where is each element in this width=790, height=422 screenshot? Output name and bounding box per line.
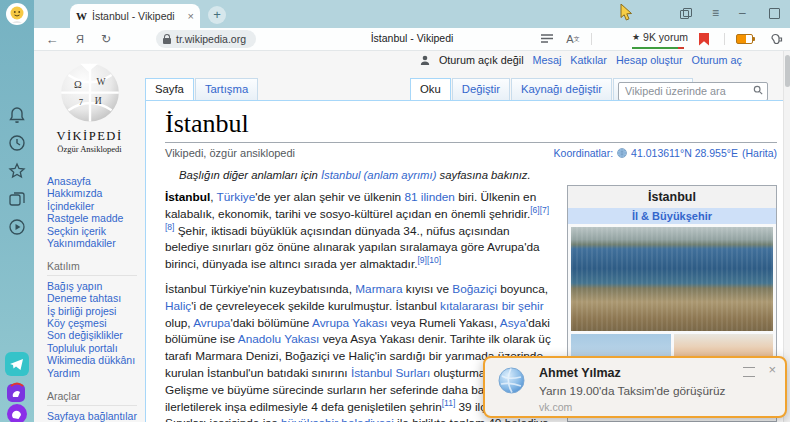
article-title: İstanbul [165, 109, 777, 143]
search-icon[interactable] [753, 85, 763, 95]
telegram-app-icon[interactable] [5, 352, 29, 376]
sidebar-link[interactable]: Deneme tahtası [47, 292, 143, 304]
wikipedia-globe-icon: Ω W И 7 [58, 59, 122, 123]
coordinates-label[interactable]: Koordinatlar: [554, 147, 614, 159]
svg-text:W: W [96, 76, 106, 87]
personal-links: MesajKatkılarHesap oluşturOturum aç [533, 54, 742, 66]
bold-text: İstanbul [165, 190, 210, 204]
sidebar-link[interactable]: Wikimedia dükkânı [47, 354, 143, 366]
reference-link[interactable]: [11] [442, 398, 456, 408]
back-icon[interactable]: ← [44, 28, 60, 50]
notifications-bell-icon[interactable] [7, 105, 27, 125]
sidebar-link[interactable]: Köy çeşmesi [47, 317, 143, 329]
sidebar-link[interactable]: Seçkin içerik [47, 225, 143, 237]
personal-link[interactable]: Katkılar [570, 54, 607, 66]
history-clock-icon[interactable] [7, 133, 27, 153]
play-circle-icon[interactable] [7, 217, 27, 237]
wiki-link[interactable]: Marmara [355, 282, 402, 296]
wiki-link[interactable]: Türkiye [217, 190, 256, 204]
rating-badge[interactable]: ★ 9K yorum [632, 31, 688, 43]
wiki-link[interactable]: Anadolu Yakası [238, 332, 320, 346]
translate-icon[interactable]: A文 [565, 28, 581, 50]
new-tab-button[interactable]: + [208, 6, 226, 24]
battery-saver-icon[interactable] [734, 28, 754, 50]
sidebar-link[interactable]: İçindekiler [47, 200, 143, 212]
toolbar-divider [724, 33, 725, 45]
wiki-search-input[interactable] [618, 82, 768, 101]
browser-tab[interactable]: W İstanbul - Vikipedi × [70, 4, 200, 28]
coordinates-map-link[interactable]: (Harita) [742, 147, 777, 159]
reference-link[interactable]: [9][10] [417, 255, 441, 265]
yandex-icon[interactable]: Я [72, 28, 88, 50]
sidebar-link[interactable]: Yakınımdakiler [47, 237, 143, 249]
wiki-sidebar-nav: AnasayfaHakkımızdaİçindekilerRastgele ma… [47, 175, 143, 422]
sidebar-link[interactable]: Sayfaya bağlantılar [47, 410, 143, 422]
sidebar-link[interactable]: Bağış yapın [47, 280, 143, 292]
svg-text:7: 7 [78, 97, 83, 107]
menu-icon[interactable]: ≡ [712, 4, 719, 22]
wiki-link[interactable]: kıtalararası bir şehir [440, 299, 544, 313]
infobox-image-bosphorus-aerial[interactable] [571, 227, 773, 331]
sidebar-link[interactable]: İş birliği projesi [47, 305, 143, 317]
personal-link[interactable]: Mesaj [533, 54, 562, 66]
scrollbar-thumb[interactable] [785, 55, 790, 87]
notification-globe-icon [498, 367, 525, 394]
notification-source: vk.com [539, 401, 572, 413]
namespace-tab[interactable]: Tartışma [195, 78, 258, 100]
wiki-link[interactable]: Asya [500, 316, 526, 330]
infobox-subtitle-link[interactable]: İl & Büyükşehir [632, 210, 712, 222]
wiki-link[interactable]: Boğaziçi [452, 282, 497, 296]
sidebar-link[interactable]: Hakkımızda [47, 187, 143, 199]
sidebar-link[interactable]: Yardım [47, 367, 143, 379]
notification-close-icon[interactable]: × [768, 362, 776, 377]
minimize-button[interactable]: – [739, 4, 746, 22]
wiki-link[interactable]: 81 ilinden [404, 190, 455, 204]
sidebar-link[interactable]: Topluluk portalı [47, 342, 143, 354]
tabs-collections-icon[interactable] [7, 189, 27, 209]
profile-avatar-icon[interactable] [6, 3, 28, 25]
nav-section-title: Katılım [47, 260, 137, 275]
personal-link[interactable]: Hesap oluştur [616, 54, 683, 66]
coordinates: Koordinatlar: 41.013611°N 28.955°E (Hari… [554, 147, 777, 159]
rating-label: 9K yorum [643, 31, 688, 43]
refresh-icon[interactable]: ↻ [98, 28, 114, 50]
wiki-link[interactable]: büyükşehir belediyesi [281, 416, 394, 422]
bookmark-flag-icon[interactable] [696, 28, 712, 50]
sidebar-link[interactable]: Anasayfa [47, 175, 143, 187]
sidebar-link[interactable]: Son değişiklikler [47, 329, 143, 341]
personal-link[interactable]: Oturum aç [692, 54, 742, 66]
infobox-title: İstanbul [568, 186, 776, 208]
wiki-logo-subtitle: Özgür Ansiklopedi [34, 144, 145, 154]
tab-close-icon[interactable]: × [188, 10, 194, 22]
address-bar[interactable]: tr.wikipedia.org [156, 30, 256, 48]
nav-main-links: AnasayfaHakkımızdaİçindekilerRastgele ma… [47, 175, 143, 249]
svg-text:Ω: Ω [74, 79, 82, 90]
wiki-link[interactable]: İstanbul Surları [351, 366, 430, 380]
view-tab[interactable]: Kaynağı değiştir [511, 78, 612, 100]
namespace-tab[interactable]: Sayfa [145, 78, 194, 100]
wiki-link[interactable]: Avrupa Yakası [312, 316, 387, 330]
reader-mode-icon[interactable] [539, 28, 555, 50]
wiki-link[interactable]: Avrupa [193, 316, 230, 330]
sidebar-link[interactable]: Rastgele madde [47, 212, 143, 224]
gesture-glove-icon[interactable] [768, 28, 784, 50]
favorites-star-icon[interactable] [7, 161, 27, 181]
messenger-app-icon[interactable] [7, 404, 27, 422]
wiki-link[interactable]: Haliç [165, 299, 191, 313]
nav-participation-links: Bağış yapınDeneme tahtasıİş birliği proj… [47, 280, 143, 379]
music-app-icon[interactable] [7, 382, 27, 402]
maximize-button[interactable] [769, 4, 780, 22]
view-tab[interactable]: Oku [410, 78, 451, 100]
tab-strip: W İstanbul - Vikipedi × + ≡ – × [34, 0, 790, 28]
view-tab[interactable]: Değiştir [452, 78, 510, 100]
url-text: tr.wikipedia.org [176, 33, 246, 45]
collections-icon[interactable] [680, 4, 690, 22]
notification-popup[interactable]: Ahmet Yılmaz Yarın 19.00'da Taksim'de gö… [483, 356, 787, 418]
wiki-search [618, 81, 768, 100]
coordinates-value[interactable]: 41.013611°N 28.955°E [631, 147, 738, 159]
wikipedia-logo[interactable]: Ω W И 7 VİKİPEDİ Özgür Ansiklopedi [34, 51, 145, 154]
svg-text:И: И [94, 95, 101, 106]
notification-settings-icon[interactable] [743, 367, 755, 377]
personal-bar: Oturum açık değil MesajKatkılarHesap olu… [420, 54, 742, 66]
wiki-link[interactable]: İstanbul (anlam ayrımı) [321, 169, 437, 181]
